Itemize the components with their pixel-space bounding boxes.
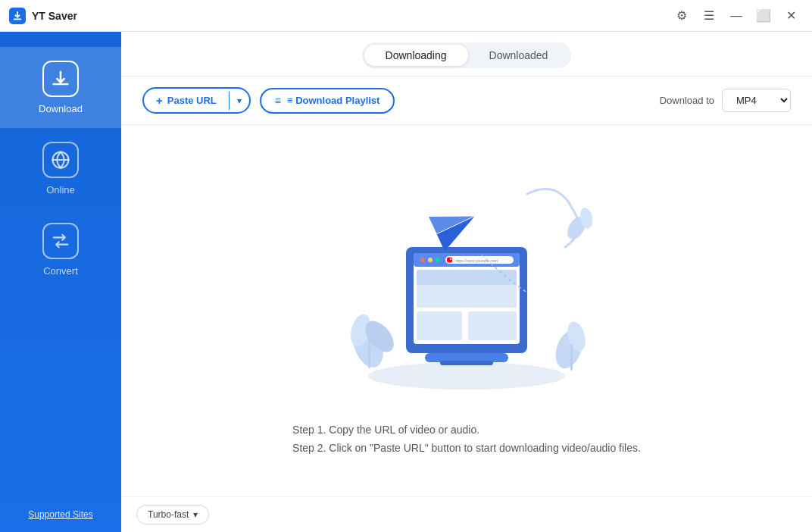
svg-point-17: [428, 258, 433, 262]
sidebar-bottom: Supported Sites: [0, 509, 121, 532]
download-playlist-label: ≡ Download Playlist: [287, 95, 379, 106]
paste-url-dropdown-button[interactable]: ▾: [230, 90, 249, 111]
svg-point-1: [368, 362, 565, 390]
svg-rect-24: [417, 270, 517, 285]
turbo-fast-button[interactable]: Turbo-fast ▾: [136, 505, 209, 524]
sidebar-item-convert-label: Convert: [43, 265, 78, 277]
close-button[interactable]: ✕: [779, 4, 803, 28]
plus-icon: +: [156, 94, 163, 107]
download-playlist-button[interactable]: ≡ ≡ Download Playlist: [260, 88, 395, 114]
minimize-button[interactable]: —: [724, 4, 748, 28]
svg-rect-20: [447, 258, 452, 263]
step2-text: Step 2. Click on "Paste URL" button to s…: [292, 440, 641, 458]
toolbar: + Paste URL ▾ ≡ ≡ Download Playlist Down…: [121, 77, 812, 125]
online-icon: [50, 149, 71, 171]
empty-state-illustration: https://www.youtube.com/: [308, 164, 626, 406]
app-icon: [9, 8, 26, 24]
titlebar-controls: ⚙ ☰ — ⬜ ✕: [670, 4, 803, 28]
sidebar-item-online-label: Online: [46, 184, 75, 196]
convert-icon: [50, 230, 71, 252]
illustration-area: https://www.youtube.com/ Step 1. Copy th…: [121, 125, 812, 496]
maximize-button[interactable]: ⬜: [751, 4, 776, 28]
svg-rect-25: [417, 311, 462, 340]
titlebar-left: YT Saver: [9, 8, 77, 24]
sidebar-item-download-label: Download: [39, 103, 83, 114]
bottom-bar: Turbo-fast ▾: [121, 496, 812, 532]
download-to-label: Download to: [660, 95, 714, 106]
supported-sites-link[interactable]: Supported Sites: [28, 509, 92, 520]
tabs-bar: Downloading Downloaded: [121, 32, 812, 77]
sidebar-item-online[interactable]: Online: [0, 128, 121, 209]
svg-rect-26: [468, 311, 517, 340]
download-icon-box: [42, 61, 79, 97]
svg-point-18: [436, 258, 440, 262]
step1-text: Step 1. Copy the URL of video or audio.: [292, 421, 641, 440]
convert-icon-box: [42, 223, 79, 259]
tab-downloaded[interactable]: Downloaded: [468, 45, 570, 66]
turbo-dropdown-icon: ▾: [193, 509, 198, 520]
sidebar-item-download[interactable]: Download: [0, 47, 121, 128]
sidebar: Download Online Convert Supported Sites: [0, 32, 121, 532]
svg-text:https://www.youtube.com/: https://www.youtube.com/: [455, 258, 499, 263]
format-select[interactable]: MP4 MP3 MOV AVI MKV WEBM: [722, 89, 791, 112]
titlebar: YT Saver ⚙ ☰ — ⬜ ✕: [0, 0, 812, 32]
instructions: Step 1. Copy the URL of video or audio. …: [292, 421, 641, 458]
playlist-icon: ≡: [275, 95, 281, 107]
online-icon-box: [42, 142, 79, 178]
content-area: Downloading Downloaded + Paste URL ▾ ≡ ≡…: [121, 32, 812, 532]
svg-point-16: [420, 258, 425, 262]
menu-button[interactable]: ☰: [697, 4, 721, 28]
toolbar-right: Download to MP4 MP3 MOV AVI MKV WEBM: [660, 89, 791, 112]
paste-url-main-button[interactable]: + Paste URL: [144, 89, 229, 112]
download-icon: [50, 68, 71, 89]
tab-group: Downloading Downloaded: [362, 42, 572, 68]
settings-button[interactable]: ⚙: [670, 4, 694, 28]
paste-url-button-group: + Paste URL ▾: [142, 87, 251, 114]
sidebar-item-convert[interactable]: Convert: [0, 209, 121, 290]
turbo-fast-label: Turbo-fast: [148, 509, 189, 520]
tab-downloading[interactable]: Downloading: [364, 45, 468, 66]
svg-rect-12: [440, 361, 493, 365]
svg-rect-5: [368, 338, 370, 368]
app-logo-icon: [12, 11, 23, 21]
svg-rect-8: [570, 344, 573, 371]
main-layout: Download Online Convert Supported Sites: [0, 32, 812, 532]
paste-url-label: Paste URL: [167, 95, 217, 106]
app-title: YT Saver: [32, 10, 77, 22]
